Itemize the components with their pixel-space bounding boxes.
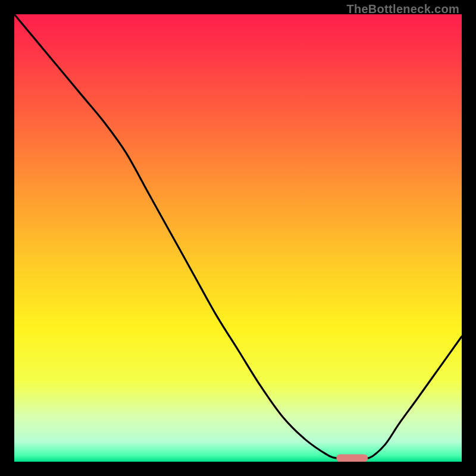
chart-svg — [14, 14, 462, 462]
chart-marker — [336, 454, 368, 462]
chart-frame: TheBottleneck.com — [0, 0, 476, 476]
chart-plot-area — [14, 14, 462, 462]
chart-background — [14, 14, 462, 462]
